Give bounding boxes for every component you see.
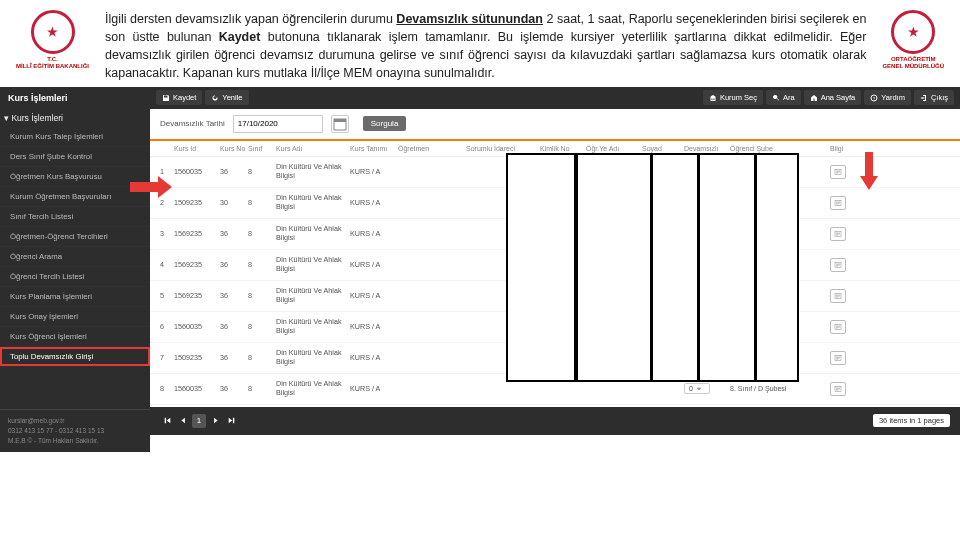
logo-left-l2: MİLLÎ EĞİTİM BAKANLIĞI xyxy=(16,63,89,69)
pager-next-icon[interactable] xyxy=(208,414,222,428)
tb-left-refresh-button[interactable]: Yenile xyxy=(205,90,248,105)
sidebar-item-6[interactable]: Öğrenci Arama xyxy=(0,247,150,267)
svg-rect-3 xyxy=(334,119,346,122)
sidebar-title: Kurs İşlemleri xyxy=(0,87,150,109)
sidebar-section[interactable]: ▾ Kurs İşlemleri xyxy=(0,109,150,127)
info-icon[interactable] xyxy=(830,351,846,365)
toolbar: KaydetYenile Kurum SeçAraAna Sayfa?Yardı… xyxy=(150,87,960,109)
description-text: İlgili dersten devamsızlık yapan öğrenci… xyxy=(105,10,866,83)
pager-count: 36 items in 1 pages xyxy=(873,414,950,427)
ogm-logo-icon: ★ xyxy=(891,10,935,54)
search-icon xyxy=(772,94,780,102)
sidebar-footer: kurslar@meb.gov.tr 0312 413 15 77 - 0312… xyxy=(0,409,150,451)
annotation-arrow-right-icon xyxy=(130,176,172,198)
sidebar-item-4[interactable]: Sınıf Tercih Listesi xyxy=(0,207,150,227)
query-button[interactable]: Sorgula xyxy=(363,116,407,131)
sidebar-item-9[interactable]: Kurs Onay İşlemleri xyxy=(0,307,150,327)
info-icon[interactable] xyxy=(830,165,846,179)
annotation-arrow-down-icon xyxy=(860,152,878,190)
pager: 1 36 items in 1 pages xyxy=(150,407,960,435)
tb-right-building-button[interactable]: Kurum Seç xyxy=(703,90,763,105)
refresh-icon xyxy=(211,94,219,102)
sidebar-item-2[interactable]: Öğretmen Kurs Başvurusu xyxy=(0,167,150,187)
sidebar-item-11[interactable]: Toplu Devamsızlık Girişi xyxy=(0,347,150,366)
tb-right-home-button[interactable]: Ana Sayfa xyxy=(804,90,862,105)
logo-right-l1: ORTAÖĞRETİM xyxy=(891,56,936,62)
filter-bar: Devamsızlık Tarihi Sorgula xyxy=(150,109,960,141)
pager-prev-icon[interactable] xyxy=(176,414,190,428)
sidebar-item-3[interactable]: Kurum Öğretmen Başvuruları xyxy=(0,187,150,207)
filter-label: Devamsızlık Tarihi xyxy=(160,119,225,128)
logo-right-l2: GENEL MÜDÜRLÜĞÜ xyxy=(882,63,944,69)
sidebar-item-10[interactable]: Kurs Öğrenci İşlemleri xyxy=(0,327,150,347)
home-icon xyxy=(810,94,818,102)
info-icon[interactable] xyxy=(830,196,846,210)
info-icon[interactable] xyxy=(830,289,846,303)
tb-right-help-button[interactable]: ?Yardım xyxy=(864,90,911,105)
exit-icon xyxy=(920,94,928,102)
logo-left: ★ T.C.MİLLÎ EĞİTİM BAKANLIĞI xyxy=(16,10,89,69)
meb-logo-icon: ★ xyxy=(31,10,75,54)
tb-right-exit-button[interactable]: Çıkış xyxy=(914,90,954,105)
sidebar: Kurs İşlemleri ▾ Kurs İşlemleri Kurum Ku… xyxy=(0,87,150,452)
redaction-ogretmen xyxy=(506,153,576,382)
redaction-idareci xyxy=(576,153,652,382)
save-icon xyxy=(162,94,170,102)
redaction-soyad xyxy=(755,153,799,382)
info-icon[interactable] xyxy=(830,227,846,241)
sidebar-item-0[interactable]: Kurum Kurs Talep İşlemleri xyxy=(0,127,150,147)
sidebar-item-8[interactable]: Kurs Planlama İşlemleri xyxy=(0,287,150,307)
pager-last-icon[interactable] xyxy=(224,414,238,428)
logo-left-l1: T.C. xyxy=(47,56,58,62)
sidebar-item-5[interactable]: Öğretmen-Öğrenci Tercihleri xyxy=(0,227,150,247)
date-input[interactable] xyxy=(233,115,323,133)
building-icon xyxy=(709,94,717,102)
app-container: Kurs İşlemleri ▾ Kurs İşlemleri Kurum Ku… xyxy=(0,87,960,452)
pager-first-icon[interactable] xyxy=(160,414,174,428)
sidebar-item-1[interactable]: Ders Sınıf Şube Kontrol xyxy=(0,147,150,167)
redaction-kimlik xyxy=(651,153,699,382)
redaction-ad xyxy=(698,153,756,382)
info-icon[interactable] xyxy=(830,258,846,272)
info-icon[interactable] xyxy=(830,382,846,396)
pager-page[interactable]: 1 xyxy=(192,414,206,428)
svg-text:?: ? xyxy=(873,95,876,100)
info-icon[interactable] xyxy=(830,320,846,334)
logo-right: ★ ORTAÖĞRETİMGENEL MÜDÜRLÜĞÜ xyxy=(882,10,944,69)
calendar-icon[interactable] xyxy=(331,115,349,133)
tb-left-save-button[interactable]: Kaydet xyxy=(156,90,202,105)
help-icon: ? xyxy=(870,94,878,102)
devamsizlik-dropdown[interactable]: 0 xyxy=(684,383,730,394)
main-panel: KaydetYenile Kurum SeçAraAna Sayfa?Yardı… xyxy=(150,87,960,452)
sidebar-item-7[interactable]: Öğrenci Tercih Listesi xyxy=(0,267,150,287)
tb-right-search-button[interactable]: Ara xyxy=(766,90,801,105)
